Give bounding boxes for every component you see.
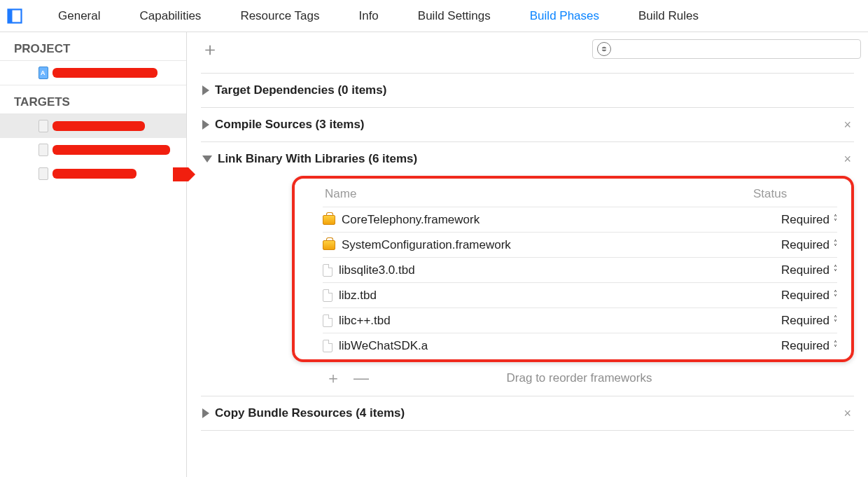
disclosure-triangle-icon[interactable] <box>202 85 209 95</box>
phase-header[interactable]: Link Binary With Libraries (6 items) <box>201 152 854 166</box>
redacted-text <box>52 145 170 155</box>
targets-section-header: TARGETS <box>0 85 186 114</box>
status-stepper-icon[interactable]: ˄˅ <box>834 317 837 325</box>
status-stepper-icon[interactable]: ˄˅ <box>834 342 837 350</box>
framework-doc-icon <box>323 264 332 277</box>
tab-info[interactable]: Info <box>339 0 398 32</box>
library-row[interactable]: libc++.tbd Required˄˅ <box>323 307 837 333</box>
tab-build-settings[interactable]: Build Settings <box>398 0 510 32</box>
filter-input[interactable] <box>611 41 856 57</box>
disclosure-triangle-icon[interactable] <box>202 155 212 163</box>
library-name: CoreTelephony.framework <box>342 213 479 227</box>
project-navigator: PROJECT TARGETS <box>0 32 187 477</box>
phase-link-binary: Link Binary With Libraries (6 items) × N… <box>201 142 854 396</box>
remove-phase-button[interactable]: × <box>844 118 851 132</box>
framework-doc-icon <box>323 289 332 302</box>
library-row[interactable]: CoreTelephony.framework Required˄˅ <box>323 207 837 232</box>
redacted-text <box>52 121 145 131</box>
svg-rect-4 <box>601 48 607 50</box>
drag-hint: Drag to reorder frameworks <box>507 371 652 385</box>
phase-compile-sources[interactable]: Compile Sources (3 items) × <box>201 108 854 142</box>
redacted-text <box>52 68 158 78</box>
library-name: libsqlite3.0.tbd <box>339 263 415 277</box>
column-status: Status <box>753 187 837 201</box>
library-row[interactable]: libsqlite3.0.tbd Required˄˅ <box>323 257 837 282</box>
library-status[interactable]: Required <box>781 238 830 252</box>
redaction-arrow-icon <box>173 167 195 181</box>
target-row[interactable] <box>0 162 186 186</box>
phase-target-dependencies[interactable]: Target Dependencies (0 items) <box>201 73 854 108</box>
library-name: libz.tbd <box>339 289 377 303</box>
library-name: libWeChatSDK.a <box>339 339 428 353</box>
phase-title: Link Binary With Libraries (6 items) <box>218 152 417 166</box>
disclosure-triangle-icon[interactable] <box>202 120 209 130</box>
panel-toggle-button[interactable] <box>5 6 24 26</box>
svg-rect-1 <box>8 9 13 22</box>
add-library-button[interactable]: ＋ <box>326 368 341 389</box>
disclosure-triangle-icon[interactable] <box>202 408 209 418</box>
tab-build-phases[interactable]: Build Phases <box>510 0 619 32</box>
tab-general[interactable]: General <box>38 0 120 32</box>
remove-phase-button[interactable]: × <box>844 406 851 421</box>
filter-icon <box>597 42 611 56</box>
redacted-text <box>52 169 136 179</box>
phase-toolbar: ＋ <box>187 32 868 66</box>
tab-build-rules[interactable]: Build Rules <box>619 0 718 32</box>
remove-library-button[interactable]: — <box>354 369 369 387</box>
library-status[interactable]: Required <box>781 289 830 303</box>
status-stepper-icon[interactable]: ˄˅ <box>834 241 837 249</box>
remove-phase-button[interactable]: × <box>844 152 851 167</box>
framework-toolbox-icon <box>323 240 335 250</box>
library-name: SystemConfiguration.framework <box>342 238 511 252</box>
libraries-table-highlight: Name Status CoreTelephony.framework Requ… <box>292 176 854 362</box>
add-phase-button[interactable]: ＋ <box>194 37 226 62</box>
editor-tabbar: General Capabilities Resource Tags Info … <box>0 0 868 32</box>
framework-toolbox-icon <box>323 215 335 225</box>
status-stepper-icon[interactable]: ˄˅ <box>834 266 837 275</box>
project-icon <box>38 67 48 79</box>
library-status[interactable]: Required <box>781 314 830 328</box>
phase-copy-bundle-resources[interactable]: Copy Bundle Resources (4 items) × <box>201 396 854 431</box>
libraries-table-header: Name Status <box>323 181 837 207</box>
phase-title: Target Dependencies (0 items) <box>215 83 386 97</box>
target-icon <box>38 120 48 132</box>
status-stepper-icon[interactable]: ˄˅ <box>834 291 837 300</box>
svg-marker-2 <box>173 167 195 181</box>
project-section-header: PROJECT <box>0 32 186 61</box>
target-row[interactable] <box>0 114 186 138</box>
editor-content: ＋ Target Dependencies (0 items) Compile … <box>187 32 868 477</box>
phase-title: Compile Sources (3 items) <box>215 118 365 132</box>
target-icon <box>38 144 48 156</box>
project-row[interactable] <box>0 61 186 85</box>
library-row[interactable]: libWeChatSDK.a Required˄˅ <box>323 333 837 358</box>
target-row[interactable] <box>0 138 186 162</box>
framework-doc-icon <box>323 340 332 352</box>
filter-field[interactable] <box>592 39 861 59</box>
library-status[interactable]: Required <box>781 213 830 227</box>
tab-resource-tags[interactable]: Resource Tags <box>220 0 339 32</box>
panel-toggle-icon <box>6 8 23 25</box>
library-status[interactable]: Required <box>781 339 830 353</box>
status-stepper-icon[interactable]: ˄˅ <box>834 216 837 224</box>
library-row[interactable]: SystemConfiguration.framework Required˄˅ <box>323 232 837 257</box>
framework-doc-icon <box>323 314 332 327</box>
libraries-footer: ＋ — Drag to reorder frameworks <box>292 362 854 392</box>
library-name: libc++.tbd <box>339 314 391 328</box>
library-status[interactable]: Required <box>781 263 830 277</box>
column-name: Name <box>325 187 753 201</box>
target-icon <box>38 167 48 180</box>
phase-title: Copy Bundle Resources (4 items) <box>215 406 405 420</box>
tab-capabilities[interactable]: Capabilities <box>120 0 220 32</box>
library-row[interactable]: libz.tbd Required˄˅ <box>323 282 837 307</box>
